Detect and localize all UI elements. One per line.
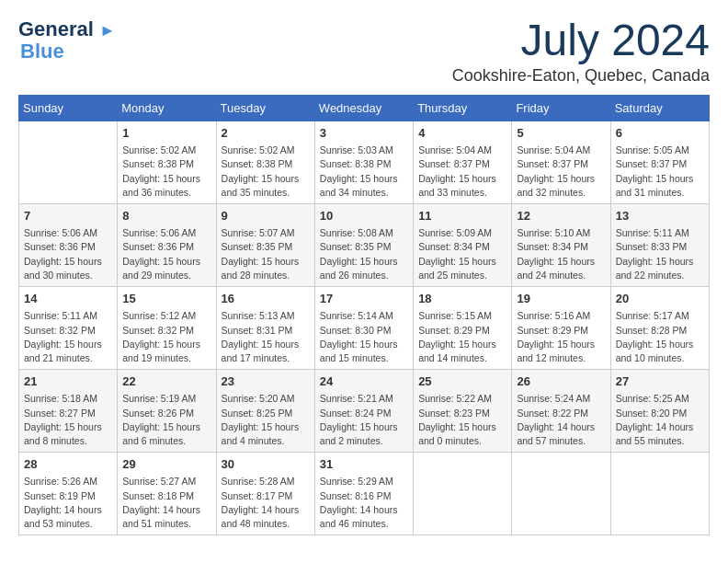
calendar-cell: 10Sunrise: 5:08 AM Sunset: 8:35 PM Dayli… — [314, 204, 413, 287]
day-info: Sunrise: 5:15 AM Sunset: 8:29 PM Dayligh… — [418, 309, 506, 365]
calendar-cell: 2Sunrise: 5:02 AM Sunset: 8:38 PM Daylig… — [216, 121, 314, 204]
day-info: Sunrise: 5:29 AM Sunset: 8:16 PM Dayligh… — [320, 475, 408, 531]
week-row-3: 21Sunrise: 5:18 AM Sunset: 8:27 PM Dayli… — [19, 370, 710, 453]
header-monday: Monday — [118, 96, 216, 121]
title-section: July 2024 Cookshire-Eaton, Quebec, Canad… — [452, 18, 710, 86]
calendar-cell: 8Sunrise: 5:06 AM Sunset: 8:36 PM Daylig… — [118, 204, 216, 287]
calendar-cell: 15Sunrise: 5:12 AM Sunset: 8:32 PM Dayli… — [118, 287, 216, 370]
day-info: Sunrise: 5:17 AM Sunset: 8:28 PM Dayligh… — [616, 309, 704, 365]
day-number: 31 — [320, 456, 408, 473]
calendar-cell: 22Sunrise: 5:19 AM Sunset: 8:26 PM Dayli… — [118, 370, 216, 453]
day-info: Sunrise: 5:05 AM Sunset: 8:37 PM Dayligh… — [616, 144, 704, 200]
calendar-cell: 26Sunrise: 5:24 AM Sunset: 8:22 PM Dayli… — [512, 370, 610, 453]
day-number: 29 — [122, 456, 210, 473]
calendar-cell: 30Sunrise: 5:28 AM Sunset: 8:17 PM Dayli… — [216, 453, 314, 535]
day-number: 18 — [418, 291, 506, 307]
header-tuesday: Tuesday — [216, 96, 314, 121]
calendar-cell: 7Sunrise: 5:06 AM Sunset: 8:36 PM Daylig… — [19, 204, 118, 287]
day-info: Sunrise: 5:24 AM Sunset: 8:22 PM Dayligh… — [517, 392, 605, 448]
day-number: 9 — [222, 208, 310, 224]
calendar-cell: 31Sunrise: 5:29 AM Sunset: 8:16 PM Dayli… — [314, 453, 413, 535]
logo: General ► Blue — [18, 18, 116, 63]
day-info: Sunrise: 5:25 AM Sunset: 8:20 PM Dayligh… — [616, 392, 704, 448]
day-number: 8 — [122, 208, 210, 224]
calendar-header-row: SundayMondayTuesdayWednesdayThursdayFrid… — [19, 96, 710, 121]
calendar-cell: 1Sunrise: 5:02 AM Sunset: 8:38 PM Daylig… — [118, 121, 216, 204]
day-info: Sunrise: 5:04 AM Sunset: 8:37 PM Dayligh… — [517, 144, 605, 200]
calendar-table: SundayMondayTuesdayWednesdayThursdayFrid… — [18, 95, 710, 535]
day-info: Sunrise: 5:08 AM Sunset: 8:35 PM Dayligh… — [320, 226, 408, 282]
day-number: 14 — [24, 291, 112, 307]
day-number: 17 — [320, 291, 408, 307]
calendar-cell — [610, 453, 709, 535]
calendar-cell: 14Sunrise: 5:11 AM Sunset: 8:32 PM Dayli… — [19, 287, 118, 370]
calendar-cell: 24Sunrise: 5:21 AM Sunset: 8:24 PM Dayli… — [314, 370, 413, 453]
calendar-cell: 29Sunrise: 5:27 AM Sunset: 8:18 PM Dayli… — [118, 453, 216, 535]
calendar-cell: 13Sunrise: 5:11 AM Sunset: 8:33 PM Dayli… — [610, 204, 709, 287]
day-number: 2 — [222, 125, 310, 142]
day-info: Sunrise: 5:18 AM Sunset: 8:27 PM Dayligh… — [24, 392, 112, 448]
day-number: 25 — [418, 373, 506, 390]
calendar-cell: 4Sunrise: 5:04 AM Sunset: 8:37 PM Daylig… — [414, 121, 512, 204]
calendar-cell: 16Sunrise: 5:13 AM Sunset: 8:31 PM Dayli… — [216, 287, 314, 370]
day-number: 3 — [320, 125, 408, 142]
day-number: 20 — [616, 291, 704, 307]
week-row-4: 28Sunrise: 5:26 AM Sunset: 8:19 PM Dayli… — [19, 453, 710, 535]
day-number: 23 — [222, 373, 310, 390]
header-sunday: Sunday — [19, 96, 118, 121]
header-friday: Friday — [512, 96, 610, 121]
day-number: 10 — [320, 208, 408, 224]
calendar-cell: 25Sunrise: 5:22 AM Sunset: 8:23 PM Dayli… — [414, 370, 512, 453]
day-info: Sunrise: 5:28 AM Sunset: 8:17 PM Dayligh… — [222, 475, 310, 531]
day-info: Sunrise: 5:06 AM Sunset: 8:36 PM Dayligh… — [24, 226, 112, 282]
day-info: Sunrise: 5:07 AM Sunset: 8:35 PM Dayligh… — [222, 226, 310, 282]
day-info: Sunrise: 5:27 AM Sunset: 8:18 PM Dayligh… — [122, 475, 210, 531]
day-number: 5 — [517, 125, 605, 142]
calendar-cell: 6Sunrise: 5:05 AM Sunset: 8:37 PM Daylig… — [610, 121, 709, 204]
day-info: Sunrise: 5:03 AM Sunset: 8:38 PM Dayligh… — [320, 144, 408, 200]
day-info: Sunrise: 5:04 AM Sunset: 8:37 PM Dayligh… — [418, 144, 506, 200]
week-row-0: 1Sunrise: 5:02 AM Sunset: 8:38 PM Daylig… — [19, 121, 710, 204]
logo-general: General — [18, 17, 94, 40]
calendar-cell: 18Sunrise: 5:15 AM Sunset: 8:29 PM Dayli… — [414, 287, 512, 370]
day-number: 28 — [24, 456, 112, 473]
header-thursday: Thursday — [414, 96, 512, 121]
calendar-cell: 12Sunrise: 5:10 AM Sunset: 8:34 PM Dayli… — [512, 204, 610, 287]
calendar-cell: 20Sunrise: 5:17 AM Sunset: 8:28 PM Dayli… — [610, 287, 709, 370]
calendar-cell: 27Sunrise: 5:25 AM Sunset: 8:20 PM Dayli… — [610, 370, 709, 453]
logo-bird-icon: ► — [99, 21, 116, 40]
header-saturday: Saturday — [610, 96, 709, 121]
day-info: Sunrise: 5:09 AM Sunset: 8:34 PM Dayligh… — [418, 226, 506, 282]
day-number: 22 — [122, 373, 210, 390]
day-number: 24 — [320, 373, 408, 390]
day-info: Sunrise: 5:10 AM Sunset: 8:34 PM Dayligh… — [517, 226, 605, 282]
calendar-cell — [512, 453, 610, 535]
day-info: Sunrise: 5:06 AM Sunset: 8:36 PM Dayligh… — [122, 226, 210, 282]
day-info: Sunrise: 5:21 AM Sunset: 8:24 PM Dayligh… — [320, 392, 408, 448]
day-info: Sunrise: 5:22 AM Sunset: 8:23 PM Dayligh… — [418, 392, 506, 448]
day-info: Sunrise: 5:14 AM Sunset: 8:30 PM Dayligh… — [320, 309, 408, 365]
day-number: 12 — [517, 208, 605, 224]
calendar-cell: 3Sunrise: 5:03 AM Sunset: 8:38 PM Daylig… — [314, 121, 413, 204]
week-row-1: 7Sunrise: 5:06 AM Sunset: 8:36 PM Daylig… — [19, 204, 710, 287]
month-title: July 2024 — [452, 18, 710, 63]
calendar-cell: 9Sunrise: 5:07 AM Sunset: 8:35 PM Daylig… — [216, 204, 314, 287]
day-number: 30 — [222, 456, 310, 473]
calendar-cell — [414, 453, 512, 535]
day-info: Sunrise: 5:19 AM Sunset: 8:26 PM Dayligh… — [122, 392, 210, 448]
day-number: 27 — [616, 373, 704, 390]
day-info: Sunrise: 5:26 AM Sunset: 8:19 PM Dayligh… — [24, 475, 112, 531]
day-number: 26 — [517, 373, 605, 390]
calendar-cell: 5Sunrise: 5:04 AM Sunset: 8:37 PM Daylig… — [512, 121, 610, 204]
calendar-cell: 17Sunrise: 5:14 AM Sunset: 8:30 PM Dayli… — [314, 287, 413, 370]
day-info: Sunrise: 5:20 AM Sunset: 8:25 PM Dayligh… — [222, 392, 310, 448]
location-title: Cookshire-Eaton, Quebec, Canada — [452, 66, 710, 86]
day-number: 16 — [222, 291, 310, 307]
calendar-cell: 11Sunrise: 5:09 AM Sunset: 8:34 PM Dayli… — [414, 204, 512, 287]
day-number: 6 — [616, 125, 704, 142]
page-header: General ► Blue July 2024 Cookshire-Eaton… — [18, 18, 710, 86]
calendar-cell: 21Sunrise: 5:18 AM Sunset: 8:27 PM Dayli… — [19, 370, 118, 453]
day-info: Sunrise: 5:11 AM Sunset: 8:32 PM Dayligh… — [24, 309, 112, 365]
day-number: 7 — [24, 208, 112, 224]
calendar-cell: 19Sunrise: 5:16 AM Sunset: 8:29 PM Dayli… — [512, 287, 610, 370]
